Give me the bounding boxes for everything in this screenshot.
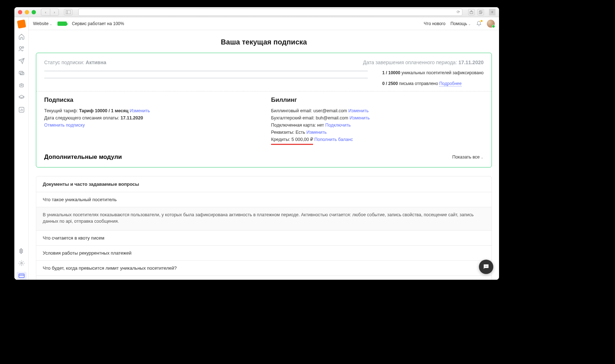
topbar: Website⌄ Сервис работает на 100% Что нов… [29,17,499,30]
svg-point-5 [19,47,22,49]
status-row: Статус подписки: Активна Дата завершения… [44,60,484,65]
main: Website⌄ Сервис работает на 100% Что нов… [29,17,499,280]
tariff-row: Текущий тариф: Тариф 10000 / 1 месяц Изм… [44,107,257,114]
sidebar-toggle[interactable] [64,9,73,15]
toolbar-icons [468,9,484,15]
reload-icon[interactable]: ⟳ [457,10,460,14]
requisites-row: Реквизиты: Есть Изменить [271,129,484,136]
accounting-email-row: Бухгалтерский email: buh@email.com Измен… [271,114,484,122]
modules-row: Дополнительные модули Показать все⌄ [44,153,484,161]
maximize-window[interactable] [32,10,36,14]
svg-point-11 [22,85,22,86]
svg-rect-9 [19,84,23,87]
new-tab[interactable]: + [489,9,495,15]
card-row: Подключенная карта: нет Подключить [271,122,484,129]
faq-question[interactable]: Что такое уникальный посетитель [36,192,491,207]
back-button[interactable]: ‹ [41,9,50,15]
faq-item: Что будет, когда превысится лимит уникал… [36,261,491,276]
nav-reports-icon[interactable] [18,106,25,113]
next-charge-row: Дата следующего списания оплаты: 17.11.2… [44,114,257,122]
window-controls [18,10,36,14]
billing-email-row: Биллинговый email: user@email.com Измени… [271,107,484,114]
faq-answer: В уникальных посетителях показываются по… [36,207,491,230]
nav-home-icon[interactable] [18,33,25,40]
left-nav [14,17,29,280]
change-requisites-link[interactable]: Изменить [306,130,326,135]
topup-balance-link[interactable]: Пополнить баланс [314,137,353,142]
svg-point-16 [485,266,486,267]
url-bar[interactable]: ⟳ [78,9,462,16]
show-all-modules[interactable]: Показать все⌄ [452,155,484,160]
nav-bot-icon[interactable] [18,82,25,89]
site-selector[interactable]: Website⌄ [33,21,52,26]
faq-item: Что будет, когда превысится лимит отправ… [36,276,491,280]
svg-rect-14 [19,274,24,278]
close-window[interactable] [18,10,22,14]
nav-chat-icon[interactable] [18,70,25,77]
svg-point-17 [486,266,486,267]
chat-fab[interactable] [479,260,493,274]
minimize-window[interactable] [25,10,29,14]
change-billing-email-link[interactable]: Изменить [348,108,368,113]
forward-button[interactable]: › [50,9,59,15]
cancel-subscription-link[interactable]: Отменить подписку [44,123,85,128]
faq-question[interactable]: Условия работы рекуррентных платежей [36,246,491,260]
visitors-usage: 1 / 10000 уникальных посетителей зафикси… [382,70,484,75]
visitors-bar [44,70,368,72]
faq-question[interactable]: Что считается в квоту писем [36,231,491,245]
faq-item: Что такое уникальный посетитель В уникал… [36,192,491,231]
svg-rect-7 [19,71,23,74]
emails-more-link[interactable]: Подробнее [439,81,461,86]
share-icon[interactable] [468,9,475,15]
svg-rect-8 [20,72,24,75]
tabs-icon[interactable] [477,9,484,15]
emails-bar [44,77,368,79]
browser-window: ‹ › ⟳ + [14,7,499,280]
period-label: Дата завершения оплаченного периода: 17.… [363,60,484,65]
svg-rect-0 [66,10,71,14]
faq-question[interactable]: Что будет, когда превысится лимит уникал… [36,261,491,275]
usage-bars: 1 / 10000 уникальных посетителей зафикси… [44,70,484,86]
subscription-panel: Статус подписки: Активна Дата завершения… [36,53,492,167]
subscription-col: Подписка Текущий тариф: Тариф 10000 / 1 … [44,96,257,145]
svg-point-13 [20,263,22,264]
whats-new-link[interactable]: Что нового [424,21,445,26]
content-scroll[interactable]: Ваша текущая подписка Статус подписки: А… [29,30,499,280]
divider [36,91,491,91]
help-menu[interactable]: Помощь⌄ [451,21,471,26]
billing-heading: Биллинг [271,96,484,104]
change-accounting-email-link[interactable]: Изменить [349,115,369,120]
nav-settings-icon[interactable] [18,260,25,267]
nav-send-icon[interactable] [18,57,25,65]
connect-card-link[interactable]: Подключить [325,123,351,128]
credits-row: Кредиты: 5 000,00 ₽ Пополнить баланс [271,136,484,145]
subscription-heading: Подписка [44,96,257,104]
nav-arrows: ‹ › [41,9,59,16]
nav-billing-icon[interactable] [17,272,27,280]
docs-panel: Документы и часто задаваемые вопросы Что… [36,176,492,280]
faq-item: Условия работы рекуррентных платежей [36,246,491,261]
details-columns: Подписка Текущий тариф: Тариф 10000 / 1 … [44,96,484,145]
app: Website⌄ Сервис работает на 100% Что нов… [14,17,499,280]
change-tariff-link[interactable]: Изменить [130,108,150,113]
service-status: Сервис работает на 100% [72,21,124,26]
svg-point-18 [487,266,488,267]
billing-col: Биллинг Биллинговый email: user@email.co… [271,96,484,145]
svg-point-10 [20,85,21,86]
app-logo-icon[interactable] [17,19,26,28]
docs-heading: Документы и часто задаваемые вопросы [36,176,491,192]
status-label: Статус подписки: Активна [44,60,106,65]
svg-point-6 [22,47,24,48]
notifications-icon[interactable] [476,21,482,27]
emails-usage: 0 / 2500 письма отправлено Подробнее [382,81,484,86]
user-avatar[interactable] [487,20,495,28]
modules-heading: Дополнительные модули [44,153,122,161]
page-title: Ваша текущая подписка [29,38,499,46]
faq-question[interactable]: Что будет, когда превысится лимит отправ… [36,276,491,280]
nav-users-icon[interactable] [18,45,25,52]
titlebar: ‹ › ⟳ + [14,7,499,17]
nav-integrations-icon[interactable] [18,247,25,255]
nav-knowledge-icon[interactable] [18,94,25,101]
battery-icon [57,22,67,26]
faq-item: Что считается в квоту писем [36,231,491,246]
